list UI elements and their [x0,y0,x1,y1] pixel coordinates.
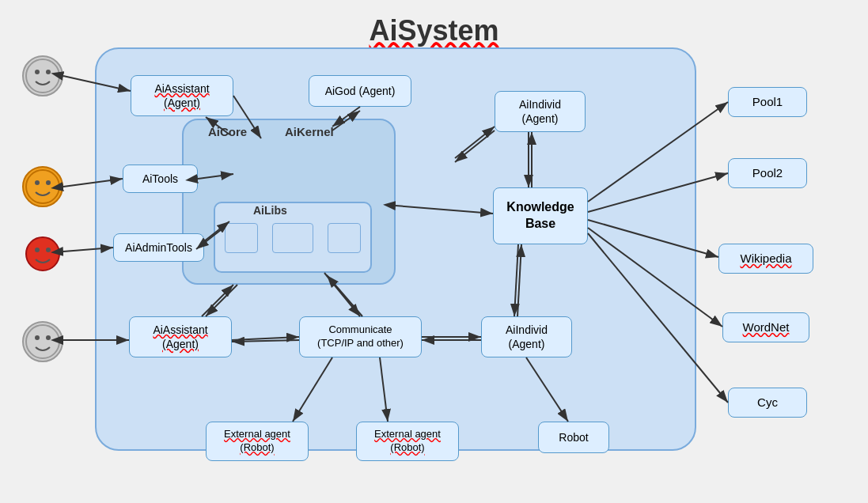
svg-point-1 [35,70,40,74]
pool2-node: Pool2 [728,158,807,188]
svg-point-8 [46,248,51,252]
robot-node: Robot [538,422,609,453]
ai-libs-label: AiLibs [253,204,287,217]
ai-individ-bottom-node: AiIndivid(Agent) [481,316,572,357]
smiley-top-gray [22,55,63,96]
cyc-node: Cyc [728,388,807,418]
external-agent-right-node: External agent(Robot) [356,422,459,461]
svg-point-4 [35,180,40,185]
diagram-container: AiSystem [0,0,868,503]
lib-sub-box-1 [225,223,258,253]
svg-point-10 [35,335,40,340]
ai-tools-node: AiTools [123,165,198,193]
svg-point-7 [35,248,40,252]
knowledge-base-node: KnowledgeBase [493,187,588,244]
smiley-bottom-gray [22,321,63,362]
ai-assistant-top-node: AiAssistant(Agent) [131,75,233,116]
svg-point-0 [26,59,59,93]
svg-point-11 [46,335,51,340]
svg-point-9 [26,325,59,358]
external-agent-left-node: External agent(Robot) [206,422,309,461]
communicate-node: Communicate(TCP/IP and other) [299,316,422,357]
pool1-node: Pool1 [728,87,807,117]
svg-point-6 [26,237,59,270]
ai-god-node: AiGod (Agent) [309,75,411,107]
wordnet-node: WordNet [722,312,809,342]
svg-point-2 [46,70,51,74]
svg-point-3 [26,170,59,203]
svg-point-5 [46,180,51,185]
lib-sub-box-3 [328,223,361,253]
smiley-red [22,233,63,274]
ai-libs-box [214,202,372,273]
diagram-title: AiSystem [369,14,498,47]
ai-admin-tools-node: AiAdminTools [113,233,204,262]
wikipedia-node: Wikipedia [718,244,813,274]
ai-kernel-label: AiKernel [285,125,334,138]
ai-assistant-bottom-node: AiAssistant(Agent) [129,316,232,357]
smiley-orange [22,166,63,207]
ai-individ-top-node: AiIndivid(Agent) [495,91,586,132]
ai-core-label: AiCore [208,125,247,138]
lib-sub-box-2 [272,223,313,253]
